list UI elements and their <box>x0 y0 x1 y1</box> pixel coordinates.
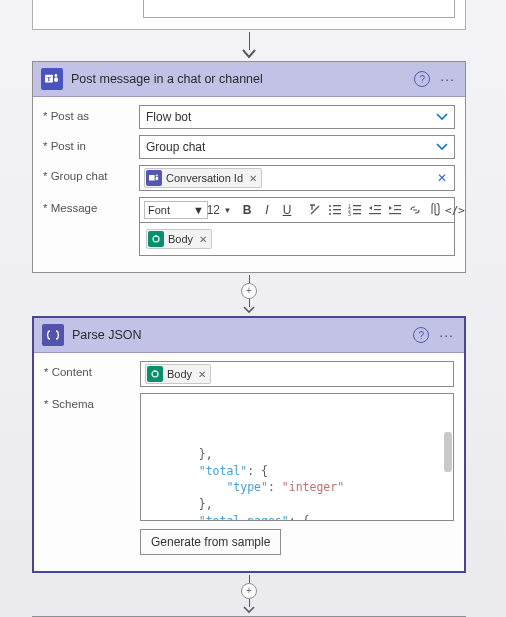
indent-button[interactable] <box>386 200 404 220</box>
arrow-down-icon <box>242 49 256 59</box>
svg-rect-14 <box>353 205 361 206</box>
svg-rect-23 <box>394 209 401 210</box>
svg-text:3: 3 <box>348 211 351 216</box>
step-header[interactable]: Parse JSON ? ··· <box>34 318 464 353</box>
svg-point-11 <box>329 213 331 215</box>
svg-rect-21 <box>369 213 381 214</box>
teams-icon <box>146 170 162 186</box>
previous-step-input <box>143 0 455 18</box>
step-menu-icon[interactable]: ··· <box>437 327 456 343</box>
arrow-down-icon <box>243 606 255 614</box>
numbered-list-button[interactable]: 123 <box>346 200 364 220</box>
svg-point-9 <box>329 209 331 211</box>
attach-button[interactable] <box>426 200 444 220</box>
outdent-button[interactable] <box>366 200 384 220</box>
svg-rect-3 <box>54 77 58 82</box>
add-step-button[interactable]: + <box>241 583 257 599</box>
field-group-chat[interactable]: Conversation Id ✕ ✕ <box>139 165 455 191</box>
caret-down-icon: ▼ <box>193 204 204 216</box>
add-step-button[interactable]: + <box>241 283 257 299</box>
svg-rect-12 <box>333 213 341 214</box>
step-header[interactable]: T Post message in a chat or channel ? ··… <box>33 62 465 97</box>
svg-rect-19 <box>374 205 381 206</box>
code-view-button[interactable]: </> <box>446 200 464 220</box>
step-title: Parse JSON <box>72 328 405 342</box>
dynamic-content-icon <box>147 366 163 382</box>
data-operation-icon <box>42 324 64 346</box>
token-conversation-id[interactable]: Conversation Id ✕ <box>144 168 262 188</box>
step-menu-icon[interactable]: ··· <box>438 71 457 87</box>
arrow-down-icon <box>243 306 255 314</box>
svg-rect-10 <box>333 209 341 210</box>
svg-point-7 <box>329 205 331 207</box>
caret-down-icon: ▼ <box>223 206 231 215</box>
svg-point-5 <box>156 175 158 177</box>
schema-editor[interactable]: }, "total": { "type": "integer" }, "tota… <box>140 393 454 521</box>
svg-point-2 <box>55 74 58 77</box>
step-post-message[interactable]: T Post message in a chat or channel ? ··… <box>32 61 466 273</box>
connector: + <box>32 575 466 614</box>
svg-rect-8 <box>333 205 341 206</box>
bulleted-list-button[interactable] <box>326 200 344 220</box>
svg-rect-16 <box>353 209 361 210</box>
richtext-body[interactable]: Body ✕ <box>139 223 455 256</box>
label-group-chat: * Group chat <box>43 165 133 182</box>
svg-text:T: T <box>47 75 52 83</box>
select-post-as[interactable]: Flow bot <box>139 105 455 129</box>
field-clear-icon[interactable]: ✕ <box>437 171 450 185</box>
richtext-toolbar: Font ▼ 12 ▼ B I U <box>139 197 455 223</box>
label-post-in: * Post in <box>43 135 133 152</box>
select-value: Flow bot <box>146 110 191 124</box>
token-label: Body <box>168 233 193 245</box>
font-size-select[interactable]: 12 ▼ <box>210 200 228 220</box>
token-label: Conversation Id <box>166 172 243 184</box>
svg-rect-4 <box>149 175 155 181</box>
token-label: Body <box>167 368 192 380</box>
label-post-as: * Post as <box>43 105 133 122</box>
svg-rect-26 <box>155 235 156 237</box>
italic-button[interactable]: I <box>258 200 276 220</box>
chevron-down-icon <box>436 113 448 121</box>
svg-rect-18 <box>353 213 361 214</box>
font-select[interactable]: Font ▼ <box>144 201 208 219</box>
label-content: * Content <box>44 361 134 378</box>
token-body[interactable]: Body ✕ <box>146 229 212 249</box>
bold-button[interactable]: B <box>238 200 256 220</box>
format-clear-button[interactable] <box>306 200 324 220</box>
svg-rect-28 <box>154 370 155 372</box>
generate-from-sample-button[interactable]: Generate from sample <box>140 529 281 555</box>
field-content[interactable]: Body ✕ <box>140 361 454 387</box>
connector: + <box>32 275 466 314</box>
chevron-down-icon <box>436 143 448 151</box>
link-button[interactable] <box>406 200 424 220</box>
dynamic-content-icon <box>148 231 164 247</box>
select-value: Group chat <box>146 140 205 154</box>
step-parse-json[interactable]: Parse JSON ? ··· * Content Body ✕ <box>32 316 466 573</box>
scrollbar-thumb[interactable] <box>444 432 452 472</box>
svg-rect-6 <box>156 177 159 180</box>
help-icon[interactable]: ? <box>413 327 429 343</box>
previous-step-partial <box>32 0 466 30</box>
token-remove-icon[interactable]: ✕ <box>198 369 206 380</box>
teams-icon: T <box>41 68 63 90</box>
token-remove-icon[interactable]: ✕ <box>199 234 207 245</box>
token-body[interactable]: Body ✕ <box>145 364 211 384</box>
label-schema: * Schema <box>44 393 134 410</box>
connector-arrow <box>32 32 466 59</box>
svg-rect-24 <box>389 213 401 214</box>
underline-button[interactable]: U <box>278 200 296 220</box>
svg-rect-22 <box>394 205 401 206</box>
step-title: Post message in a chat or channel <box>71 72 406 86</box>
select-post-in[interactable]: Group chat <box>139 135 455 159</box>
label-message: * Message <box>43 197 133 214</box>
token-remove-icon[interactable]: ✕ <box>249 173 257 184</box>
svg-rect-20 <box>374 209 381 210</box>
help-icon[interactable]: ? <box>414 71 430 87</box>
